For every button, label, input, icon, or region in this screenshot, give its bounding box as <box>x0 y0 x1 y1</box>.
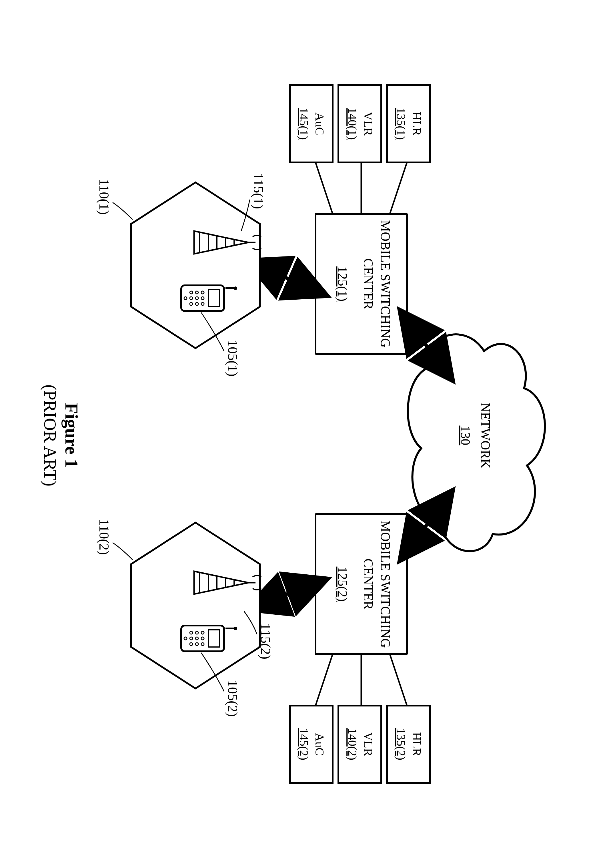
svg-point-48 <box>196 637 198 640</box>
msc-2-ref: 125(2) <box>335 567 350 602</box>
hlr-2-box: HLR 135(2) <box>387 706 430 783</box>
network-ref: 130 <box>458 426 473 446</box>
svg-point-30 <box>190 297 193 300</box>
svg-line-10 <box>315 654 333 706</box>
svg-point-26 <box>196 291 198 294</box>
cell-1-ref: 110(1) <box>96 179 112 215</box>
auc-2-ref: 145(2) <box>297 728 310 760</box>
svg-point-29 <box>190 291 193 294</box>
network-cloud: NETWORK 130 <box>408 335 545 551</box>
msc-1-line2: CENTER <box>361 258 376 310</box>
vlr-2-box: VLR 140(2) <box>338 706 381 783</box>
cell-2-ref: 110(2) <box>96 519 112 555</box>
cell-1 <box>131 182 261 348</box>
svg-line-8 <box>390 654 407 706</box>
phone-2-ref: 105(2) <box>225 680 240 717</box>
svg-point-53 <box>184 637 187 640</box>
leader-cell-1 <box>113 202 133 220</box>
hlr-1-box: HLR 135(1) <box>387 85 430 162</box>
auc-1-ref: 145(1) <box>297 108 310 140</box>
tower-2-ref: 115(2) <box>258 623 273 659</box>
svg-marker-14 <box>131 182 260 348</box>
hlr-1-ref: 135(1) <box>394 108 408 140</box>
svg-point-25 <box>201 303 204 306</box>
msc-2-line2: CENTER <box>361 559 376 610</box>
figure-number: Figure 1 <box>62 403 82 468</box>
msc-1-group: MOBILE SWITCHING CENTER 125(1) <box>315 214 407 354</box>
svg-line-3 <box>315 162 333 214</box>
msc-1-ref: 125(1) <box>335 266 350 302</box>
tower-1-ref: 115(1) <box>251 173 266 209</box>
svg-rect-12 <box>338 706 381 783</box>
svg-rect-13 <box>290 706 333 783</box>
auc-2-box: AuC 145(2) <box>290 706 333 783</box>
msc-1-line1: MOBILE SWITCHING <box>378 220 393 348</box>
svg-point-34 <box>234 286 237 290</box>
vlr-2-label: VLR <box>361 732 375 756</box>
svg-rect-11 <box>387 706 430 783</box>
msc-2-group: MOBILE SWITCHING CENTER 125(2) <box>315 514 407 654</box>
svg-point-49 <box>196 643 198 645</box>
hlr-2-ref: 135(2) <box>394 728 408 760</box>
hlr-1-label: HLR <box>410 112 423 136</box>
svg-point-27 <box>196 297 198 300</box>
svg-rect-22 <box>208 289 220 307</box>
figure-subtitle: (PRIOR ART) <box>40 385 60 486</box>
svg-point-47 <box>196 631 198 634</box>
vlr-1-box: VLR 140(1) <box>338 85 381 162</box>
svg-rect-4 <box>387 85 430 162</box>
svg-point-45 <box>201 637 204 640</box>
network-label: NETWORK <box>478 403 493 468</box>
svg-rect-6 <box>290 85 333 162</box>
auc-1-box: AuC 145(1) <box>290 85 333 162</box>
svg-point-24 <box>201 297 204 300</box>
leader-cell-2 <box>113 543 133 560</box>
vlr-1-ref: 140(1) <box>345 108 359 140</box>
svg-point-50 <box>190 631 193 634</box>
auc-2-label: AuC <box>313 733 326 755</box>
svg-point-55 <box>234 627 237 630</box>
arrow-msc2-cell2 <box>264 586 310 603</box>
svg-point-23 <box>201 291 204 294</box>
vlr-2-ref: 140(2) <box>345 728 359 760</box>
svg-rect-5 <box>338 85 381 162</box>
svg-point-31 <box>190 303 193 306</box>
svg-point-51 <box>190 637 193 640</box>
cell-2 <box>131 523 261 688</box>
msc-2-line1: MOBILE SWITCHING <box>378 520 393 648</box>
svg-marker-35 <box>131 523 260 688</box>
svg-point-46 <box>201 643 204 645</box>
phone-1-ref: 105(1) <box>225 340 240 376</box>
hlr-2-label: HLR <box>410 732 423 756</box>
arrow-msc1-cell1 <box>264 268 310 288</box>
svg-line-1 <box>390 162 407 214</box>
svg-point-52 <box>190 643 193 645</box>
svg-point-44 <box>201 631 204 634</box>
svg-point-28 <box>196 303 198 306</box>
vlr-1-label: VLR <box>361 112 375 136</box>
auc-1-label: AuC <box>313 112 326 135</box>
svg-point-32 <box>184 297 187 300</box>
svg-rect-43 <box>208 630 220 647</box>
